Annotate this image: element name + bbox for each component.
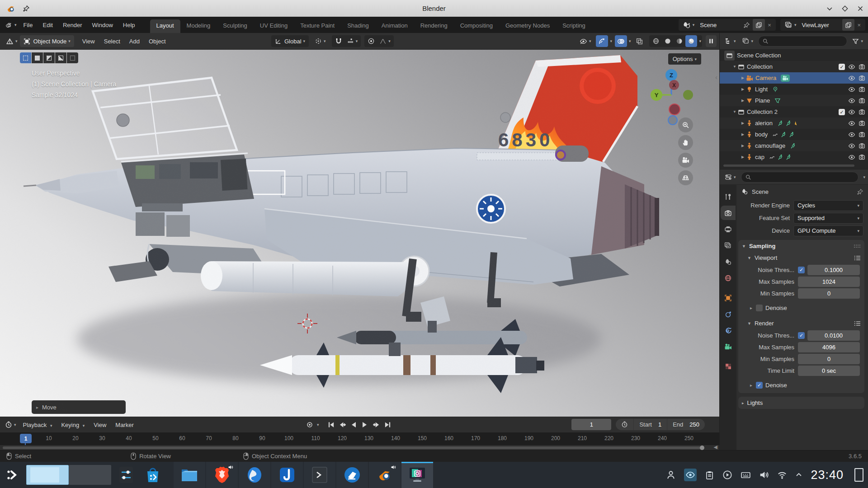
select-mode-invert[interactable]: [55, 52, 66, 63]
outliner-scrollbar[interactable]: [723, 164, 854, 167]
render-visibility-toggle[interactable]: [859, 97, 865, 104]
gizmo-z-label[interactable]: Z: [670, 72, 673, 79]
hide-eye-toggle[interactable]: [848, 75, 855, 82]
end-frame-field[interactable]: End250: [667, 419, 705, 430]
camera-data-badge[interactable]: [781, 75, 790, 82]
task-screenshot-tool-active[interactable]: [401, 462, 433, 488]
curve-data-icon[interactable]: [772, 131, 778, 138]
menu-marker[interactable]: Marker: [111, 419, 138, 431]
curve-data-icon[interactable]: [769, 154, 775, 160]
app-launcher-icon[interactable]: [0, 462, 24, 488]
overlays-toggle-icon[interactable]: [615, 35, 627, 47]
render-visibility-toggle[interactable]: [859, 154, 865, 160]
shading-dropdown[interactable]: ▾: [699, 39, 701, 43]
volume-icon[interactable]: [759, 470, 769, 480]
render-visibility-toggle[interactable]: [859, 131, 865, 138]
outliner-row-scene-collection[interactable]: Scene Collection: [720, 50, 868, 61]
task-app-blue-2[interactable]: [336, 462, 368, 488]
viewport-denoise-row[interactable]: ▸ Denoise: [738, 302, 864, 313]
workspace-tab-rendering[interactable]: Rendering: [414, 19, 454, 33]
menu-add[interactable]: Add: [125, 35, 144, 47]
gizmos-toggle-icon[interactable]: [596, 35, 608, 47]
gizmo-x-label[interactable]: X: [672, 82, 676, 89]
properties-options-dropdown[interactable]: ▾: [863, 175, 865, 179]
tab-render[interactable]: [721, 206, 736, 220]
tab-texture[interactable]: [721, 359, 736, 374]
system-settings-icon[interactable]: [113, 462, 139, 488]
render-visibility-toggle[interactable]: [859, 86, 865, 93]
menu-view[interactable]: View: [89, 419, 111, 431]
outliner-row-plane[interactable]: ▶ Plane: [720, 95, 868, 106]
pause-button[interactable]: [706, 35, 717, 47]
render-denoise-row[interactable]: ▸ ✓ Denoise: [738, 380, 864, 390]
panel-grip-icon[interactable]: [854, 244, 861, 249]
select-mode-subtract[interactable]: [43, 52, 55, 63]
hide-eye-toggle[interactable]: [848, 131, 855, 138]
collection-checkbox[interactable]: ✓: [839, 109, 845, 115]
render-engine-dropdown[interactable]: Cycles▾: [793, 200, 863, 211]
visibility-dropdown[interactable]: ▾: [577, 35, 594, 47]
workspace-tab-texture-paint[interactable]: Texture Paint: [294, 19, 341, 33]
pin-id-icon[interactable]: [857, 188, 863, 195]
tab-constraints[interactable]: [721, 323, 736, 338]
armature-data-icon[interactable]: [790, 143, 796, 149]
outliner-row-collection-2[interactable]: ▼ Collection 2 ✓: [720, 106, 868, 117]
outliner-row-light[interactable]: ▶ Light: [720, 84, 868, 95]
timeline-collapse-icon[interactable]: ◀: [714, 444, 717, 450]
menu-window[interactable]: Window: [87, 19, 118, 31]
time-limit-field[interactable]: 0 sec: [798, 366, 860, 376]
noise-threshold-field[interactable]: 0.0100: [807, 330, 860, 341]
scene-name[interactable]: Scene: [697, 19, 741, 31]
scene-browse-icon[interactable]: ▾: [680, 19, 698, 31]
transform-orientation-dropdown[interactable]: Global ▾: [271, 35, 309, 47]
outliner-row-cap[interactable]: ▶ cap: [720, 151, 868, 163]
menu-help[interactable]: Help: [118, 19, 140, 31]
denoise-checkbox[interactable]: ✓: [756, 382, 763, 389]
use-preview-range-icon[interactable]: [616, 419, 634, 430]
outliner-display-mode-icon[interactable]: ▾: [740, 35, 756, 47]
menu-edit[interactable]: Edit: [38, 19, 57, 31]
operator-panel[interactable]: ▸Move: [32, 400, 126, 414]
armature-data-icon[interactable]: [780, 131, 787, 138]
menu-view[interactable]: View: [78, 35, 99, 47]
keyboard-layout-icon[interactable]: [741, 470, 751, 480]
playhead-marker[interactable]: 1: [20, 434, 32, 443]
timeline-editor-type-icon[interactable]: ▾: [3, 419, 19, 431]
camera-view-button[interactable]: [678, 153, 693, 168]
select-mode-intersect[interactable]: [67, 52, 78, 63]
cone-marker-icon[interactable]: [793, 121, 799, 126]
properties-editor-type-icon[interactable]: ▾: [722, 171, 738, 183]
workspace-tab-animation[interactable]: Animation: [375, 19, 414, 33]
viewport-3d[interactable]: 6830: [0, 50, 719, 417]
shading-material-icon[interactable]: [674, 35, 685, 47]
snap-toggle-icon[interactable]: [333, 35, 344, 47]
lights-panel[interactable]: ▸Lights: [738, 397, 864, 409]
workspace-tab-shading[interactable]: Shading: [341, 19, 375, 33]
shading-wireframe-icon[interactable]: [650, 35, 662, 47]
outliner-row-camera[interactable]: ▶ Camera: [720, 72, 868, 84]
render-visibility-toggle[interactable]: [859, 63, 865, 70]
wifi-icon[interactable]: [777, 470, 787, 480]
noise-threshold-checkbox[interactable]: ✓: [798, 267, 805, 273]
outliner-row-camouflage[interactable]: ▶ camouflage: [720, 140, 868, 151]
viewlayer-remove-icon[interactable]: ×: [854, 19, 863, 31]
armature-data-icon[interactable]: [777, 154, 783, 160]
next-keyframe-button[interactable]: [371, 419, 382, 430]
render-visibility-toggle[interactable]: [859, 120, 865, 127]
outliner-row-body[interactable]: ▶ body: [720, 129, 868, 140]
render-visibility-toggle[interactable]: [859, 75, 865, 81]
menu-render[interactable]: Render: [58, 19, 87, 31]
hide-eye-toggle[interactable]: [848, 120, 855, 127]
shading-solid-icon[interactable]: [662, 35, 674, 47]
tab-output[interactable]: [721, 222, 736, 236]
menu-select[interactable]: Select: [99, 35, 125, 47]
overlays-dropdown[interactable]: ▾: [629, 39, 631, 43]
sidebar-toggle-icon[interactable]: ‹: [715, 73, 717, 81]
min-samples-field[interactable]: 0: [798, 354, 860, 364]
mode-dropdown[interactable]: Object Mode ▾: [20, 35, 74, 47]
properties-search-input[interactable]: [741, 172, 859, 183]
workspace-tab-compositing[interactable]: Compositing: [454, 19, 499, 33]
menu-playback[interactable]: Playback ▾: [19, 419, 57, 431]
screen-capture-indicator-icon[interactable]: [684, 469, 697, 481]
viewlayer-browse-icon[interactable]: ▾: [782, 19, 799, 31]
